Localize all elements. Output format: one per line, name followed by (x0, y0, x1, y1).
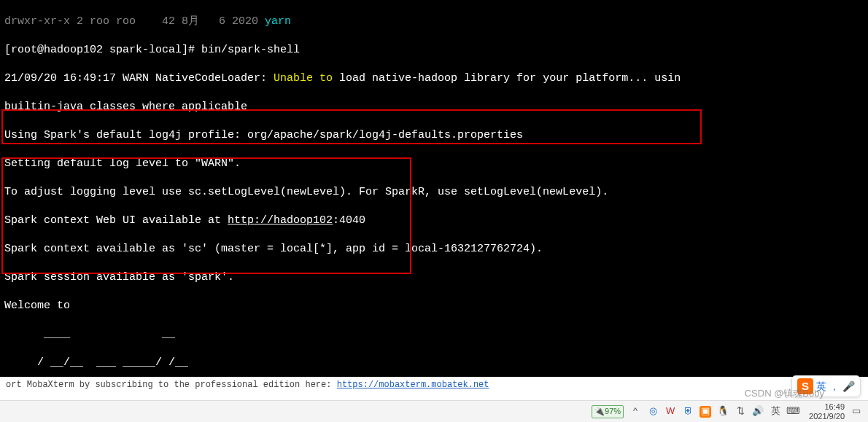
clock-time: 16:49 (809, 402, 845, 411)
keyboard-icon[interactable]: ⌨ (787, 406, 799, 418)
mobaxterm-footer: ort MobaXterm by subscribing to the prof… (0, 377, 868, 394)
terminal-window[interactable]: drwxr-xr-x 2 roo roo 42 8月 6 2020 yarn [… (0, 0, 868, 377)
tray-chevron-icon[interactable]: ^ (629, 406, 641, 418)
shell-prompt-line: [root@hadoop102 spark-local]# bin/spark-… (4, 43, 864, 58)
clock-date: 2021/9/20 (809, 412, 845, 421)
sogou-icon[interactable]: S (797, 378, 813, 394)
wps-icon[interactable]: W (664, 406, 676, 418)
warn-line: 21/09/20 16:49:17 WARN NativeCodeLoader:… (4, 71, 864, 86)
system-tray[interactable]: 🔌97% ^ ◎ W ⛨ ▣ 🐧 ⇅ 🔊 英 ⌨ 16:49 2021/9/20… (592, 401, 862, 422)
network-icon[interactable]: ⇅ (735, 406, 746, 418)
tray-app-icon[interactable]: ▣ (700, 406, 711, 418)
spark-context-line: Spark context available as 'sc' (master … (4, 242, 864, 257)
output-line: Setting default log level to "WARN". (4, 157, 864, 171)
output-line: Using Spark's default log4j profile: org… (4, 128, 864, 143)
mobaxterm-link[interactable]: https://mobaxterm.mobatek.net (337, 380, 489, 390)
sound-icon[interactable]: 🔊 (752, 406, 764, 418)
chrome-icon[interactable]: ◎ (647, 406, 659, 418)
qq-icon[interactable]: 🐧 (717, 406, 729, 418)
ime-lang-icon[interactable]: 英 (770, 406, 781, 418)
ime-lang-label[interactable]: 英 (816, 380, 826, 393)
windows-taskbar[interactable]: 🔌97% ^ ◎ W ⛨ ▣ 🐧 ⇅ 🔊 英 ⌨ 16:49 2021/9/20… (0, 400, 868, 422)
ime-punct[interactable]: ， (829, 380, 840, 393)
taskbar-clock[interactable]: 16:49 2021/9/20 (809, 402, 845, 420)
ime-floating-bar[interactable]: S 英 ， 🎤 (791, 375, 861, 397)
ascii-art: / __/__ ___ _____/ /__ (4, 356, 864, 370)
ascii-art: ____ __ (4, 327, 864, 342)
ls-line: drwxr-xr-x 2 roo roo 42 8月 6 2020 yarn (4, 15, 864, 29)
webui-line: Spark context Web UI available at http:/… (4, 214, 864, 228)
welcome-line: Welcome to (4, 299, 864, 313)
output-line: builtin-java classes where applicable (4, 100, 864, 114)
battery-icon[interactable]: 🔌97% (592, 405, 624, 418)
spark-session-line: Spark session available as 'spark'. (4, 270, 864, 285)
action-center-icon[interactable]: ▭ (850, 406, 862, 418)
output-line: To adjust logging level use sc.setLogLev… (4, 185, 864, 200)
shield-icon[interactable]: ⛨ (682, 406, 694, 418)
mic-icon[interactable]: 🎤 (842, 380, 855, 393)
